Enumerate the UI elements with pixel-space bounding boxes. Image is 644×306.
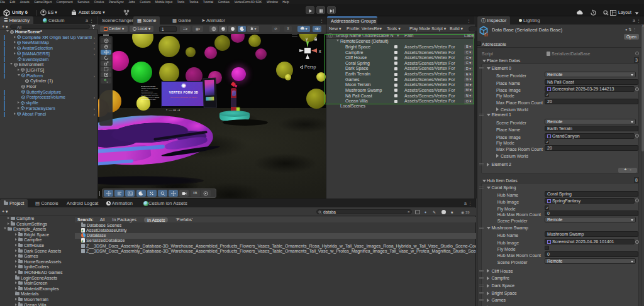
svg-text:x: x [319,49,321,53]
svg-text:{}: {} [484,31,488,36]
svg-text:y: y [306,36,308,41]
